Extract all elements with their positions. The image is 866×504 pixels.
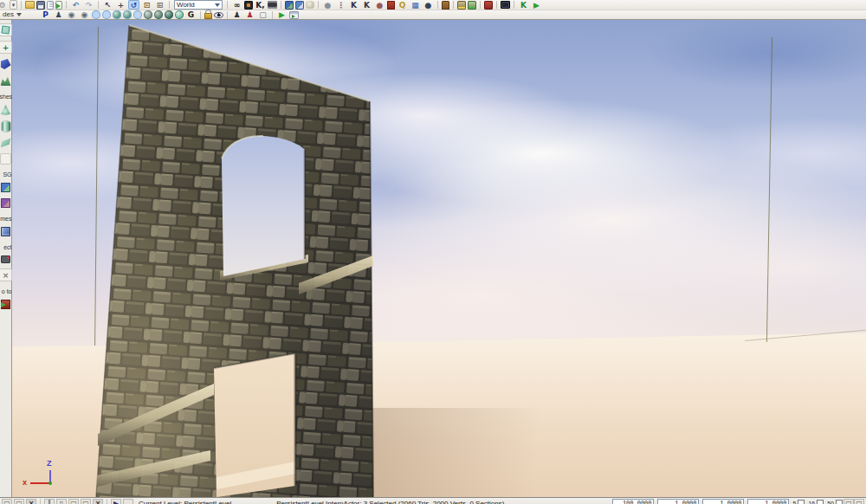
kismet-ref-icon[interactable]: K: [348, 0, 359, 10]
scale-nonuniform-icon[interactable]: ⊞: [154, 0, 165, 10]
autosave-close-icon[interactable]: ▢: [854, 499, 864, 504]
scale-snap-check[interactable]: [836, 500, 843, 504]
open-icon[interactable]: [25, 1, 35, 9]
show-orb-9-icon[interactable]: [175, 10, 184, 19]
lightmap-grid-icon[interactable]: ▦: [410, 0, 421, 10]
brush-cone-icon[interactable]: [1, 105, 10, 115]
sidebar-label-brushes: shes: [0, 94, 12, 100]
search-binoculars-icon[interactable]: ∞: [231, 0, 242, 10]
play-level-icon[interactable]: ▶: [276, 10, 288, 20]
fullscreen-icon[interactable]: [501, 1, 510, 9]
scale-x-field[interactable]: 1.0000: [657, 499, 699, 504]
build-paths-icon[interactable]: ●: [322, 0, 333, 10]
sidebar-label-volumes: mes: [0, 216, 12, 223]
wheel-2-icon[interactable]: ◉: [79, 10, 90, 20]
map-check-icon[interactable]: [484, 1, 493, 10]
terrain-mode-icon[interactable]: [1, 75, 11, 86]
mobile-previewer-icon[interactable]: [387, 1, 395, 10]
csg-add-icon[interactable]: [1, 183, 10, 192]
scene-browser-icon[interactable]: [468, 1, 476, 10]
brush-sheet-icon[interactable]: [1, 138, 11, 148]
play-window-icon[interactable]: [289, 11, 299, 19]
stone-wall-mesh[interactable]: [12, 20, 866, 497]
build-geometry-icon[interactable]: [285, 1, 294, 10]
kismet-ref2-icon[interactable]: K: [361, 0, 372, 10]
show-orb-6-icon[interactable]: [144, 10, 152, 19]
scale-y-field[interactable]: 1.0000: [702, 499, 744, 504]
redo-icon[interactable]: ↷: [83, 0, 94, 10]
path-nodes-icon[interactable]: ⋮: [335, 0, 346, 10]
perspective-viewport[interactable]: Z x: [12, 20, 866, 497]
kismet-icon[interactable]: K,: [255, 0, 266, 10]
volume-icon[interactable]: [1, 227, 10, 236]
matinee-icon[interactable]: [268, 1, 277, 9]
build-lighting-icon[interactable]: Q: [397, 0, 408, 10]
game-view-icon[interactable]: G: [185, 10, 197, 20]
camera-mode-icon[interactable]: [0, 24, 11, 36]
simulate-kismet-icon[interactable]: K: [518, 0, 529, 10]
show-orb-5-icon[interactable]: [133, 10, 142, 19]
pane-restore-icon[interactable]: ▢: [2, 499, 12, 504]
scale-icon[interactable]: ⊡: [141, 0, 152, 10]
level-browser-icon[interactable]: [457, 1, 466, 10]
show-orb-4-icon[interactable]: [123, 10, 132, 19]
translate-icon[interactable]: +: [115, 0, 126, 10]
select-camera-icon[interactable]: [1, 255, 10, 263]
select-cursor-icon[interactable]: ↖: [102, 0, 113, 10]
brush-sphere-icon[interactable]: [1, 154, 10, 164]
status-play-icon[interactable]: ▶: [111, 499, 121, 504]
csg-subtract-icon[interactable]: [1, 198, 10, 208]
import-icon[interactable]: [55, 1, 62, 10]
build-all-icon[interactable]: ●: [423, 0, 434, 10]
lighting-blob-icon[interactable]: [306, 1, 314, 9]
pane2-restore-icon[interactable]: ▢: [68, 499, 79, 504]
autosave-icon[interactable]: ▢: [843, 499, 854, 504]
gear-dropdown-caret[interactable]: ▾: [10, 0, 17, 10]
show-orb-8-icon[interactable]: [165, 10, 173, 19]
pane-maximize-icon[interactable]: ▢: [14, 499, 24, 504]
gear-icon[interactable]: ⚙: [0, 0, 8, 10]
puzzle-p-icon[interactable]: P: [40, 10, 51, 20]
arched-window-opening[interactable]: [222, 136, 305, 276]
save-all-icon[interactable]: [47, 1, 54, 10]
pane-split-icon[interactable]: ‖: [44, 499, 55, 504]
possess-player-icon[interactable]: ♟: [231, 10, 242, 20]
player-start-icon[interactable]: ♟: [53, 10, 64, 20]
scale-z-field[interactable]: 1.0000: [747, 499, 789, 504]
translate-mode-icon[interactable]: +: [0, 42, 11, 53]
red-player-icon[interactable]: ♟: [244, 10, 255, 20]
modes-dropdown[interactable]: des: [1, 10, 39, 19]
coordinate-system-select[interactable]: World: [174, 0, 223, 10]
show-orb-3-icon[interactable]: [113, 10, 121, 19]
sidebar-label-goto: o to: [0, 288, 12, 295]
eye-icon[interactable]: [214, 12, 223, 18]
build-cover-icon[interactable]: ●: [374, 0, 385, 10]
build-visible-geometry-icon[interactable]: [295, 1, 304, 10]
content-browser-icon[interactable]: [244, 1, 253, 10]
pane-columns-icon[interactable]: ▯: [56, 499, 67, 504]
stone-wall[interactable]: [96, 25, 373, 497]
deselect-all-icon[interactable]: ×: [0, 269, 11, 281]
rotation-grid-check[interactable]: [798, 500, 805, 504]
geometry-mode-icon[interactable]: [1, 59, 11, 69]
pane2-close-icon[interactable]: ×: [93, 499, 103, 504]
show-orb-2-icon[interactable]: [102, 10, 111, 19]
separator: [169, 1, 170, 9]
brush-cylinder-icon[interactable]: [2, 121, 10, 132]
open-door-icon[interactable]: [442, 1, 449, 10]
show-orb-1-icon[interactable]: [92, 10, 100, 19]
undo-icon[interactable]: ↶: [70, 0, 81, 10]
drag-grid-check[interactable]: [817, 500, 824, 504]
goto-actor-icon[interactable]: [1, 300, 10, 309]
lock-icon[interactable]: [204, 13, 212, 19]
pane-close-icon[interactable]: ×: [26, 499, 36, 504]
play-in-editor-icon[interactable]: ▶: [531, 0, 542, 10]
level-thumb-icon[interactable]: [123, 499, 133, 504]
show-orb-7-icon[interactable]: [154, 10, 163, 19]
save-icon[interactable]: [36, 1, 45, 10]
camera-speed-field[interactable]: 100.0000: [612, 499, 654, 504]
rotate-icon[interactable]: ↺: [128, 0, 139, 10]
viewport-square-icon[interactable]: ▢: [257, 10, 268, 20]
wheel-1-icon[interactable]: ◉: [66, 10, 77, 20]
pane2-maximize-icon[interactable]: ▢: [81, 499, 91, 504]
